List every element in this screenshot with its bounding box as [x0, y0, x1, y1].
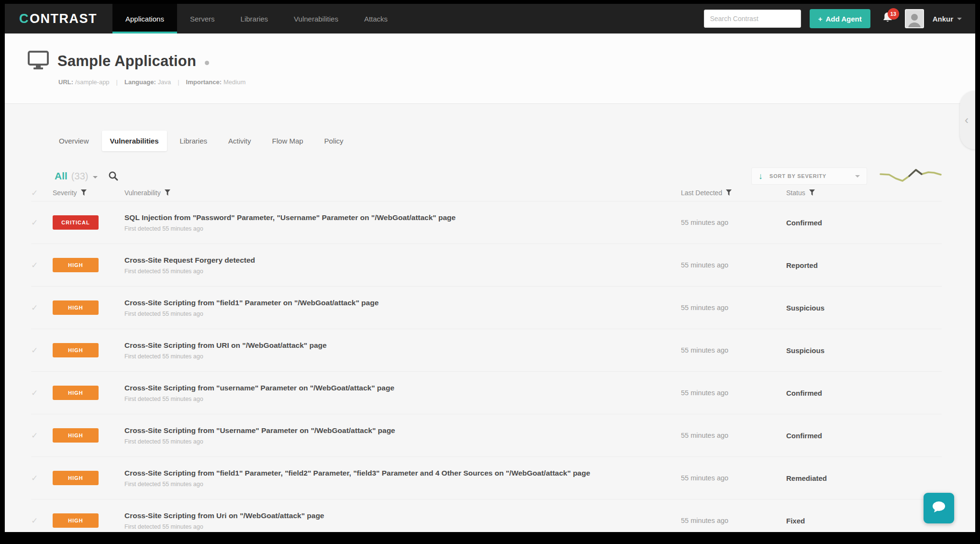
search-input[interactable] — [704, 10, 801, 28]
first-detected-text: First detected 55 minutes ago — [124, 225, 681, 232]
table-row[interactable]: ✓ CRITICAL SQL Injection from "Password"… — [31, 201, 942, 244]
last-detected-value: 55 minutes ago — [681, 346, 786, 354]
language-value: Java — [158, 78, 171, 86]
plus-icon: + — [818, 15, 823, 23]
status-value[interactable]: Confirmed — [786, 389, 942, 397]
avatar[interactable] — [905, 9, 924, 28]
screenshot-frame: CONTRAST Applications Servers Libraries … — [0, 0, 980, 544]
sort-label: SORT BY SEVERITY — [769, 173, 826, 179]
vulnerability-title[interactable]: SQL Injection from "Password" Parameter,… — [124, 213, 681, 223]
last-detected-value: 55 minutes ago — [681, 432, 786, 439]
chevron-down-icon[interactable] — [93, 176, 98, 178]
row-select-check-icon[interactable]: ✓ — [31, 473, 53, 483]
add-agent-button[interactable]: + Add Agent — [810, 9, 870, 28]
add-agent-label: Add Agent — [825, 15, 861, 23]
navbar-right-cluster: + Add Agent 13 Ankur — [704, 4, 962, 33]
table-row[interactable]: ✓ HIGH Cross-Site Scripting from Uri on … — [31, 499, 942, 532]
row-select-check-icon[interactable]: ✓ — [31, 260, 53, 270]
nav-item-attacks[interactable]: Attacks — [351, 4, 401, 33]
url-value: /sample-app — [75, 78, 110, 86]
vulnerability-column-header[interactable]: Vulnerability — [124, 189, 161, 197]
chat-bubble-icon — [930, 500, 947, 517]
tab-overview[interactable]: Overview — [51, 131, 97, 151]
table-row[interactable]: ✓ HIGH Cross-Site Scripting from "Userna… — [31, 414, 942, 456]
filter-all-dropdown[interactable]: All — [55, 170, 67, 182]
notification-count-badge: 13 — [888, 8, 899, 20]
row-select-check-icon[interactable]: ✓ — [31, 345, 53, 355]
filter-funnel-icon[interactable] — [81, 189, 87, 197]
severity-badge: HIGH — [53, 386, 99, 400]
status-value[interactable]: Reported — [786, 261, 942, 269]
contrast-logo[interactable]: CONTRAST — [19, 4, 112, 33]
first-detected-text: First detected 55 minutes ago — [124, 268, 681, 275]
tab-flow-map[interactable]: Flow Map — [264, 131, 312, 151]
vulnerability-title[interactable]: Cross-Site Scripting from "username" Par… — [124, 383, 681, 393]
app-header: Sample Application URL:/sample-app | Lan… — [5, 33, 975, 104]
status-value[interactable]: Confirmed — [786, 219, 942, 227]
user-name: Ankur — [933, 15, 953, 23]
vulnerability-title[interactable]: Cross-Site Request Forgery detected — [124, 255, 681, 266]
application-monitor-icon — [28, 51, 49, 72]
page-title: Sample Application — [57, 53, 196, 70]
vulnerabilities-table: ✓ Severity Vulnerability Last Detected S… — [31, 185, 942, 532]
importance-value: Medium — [223, 78, 245, 86]
severity-trend-sparkline — [880, 166, 942, 187]
table-row[interactable]: ✓ HIGH Cross-Site Scripting from "userna… — [31, 371, 942, 414]
collapse-panel-tab[interactable]: ‹ — [960, 91, 975, 149]
section-tabs: Overview Vulnerabilities Libraries Activ… — [5, 104, 975, 151]
severity-badge: HIGH — [53, 343, 99, 357]
row-select-check-icon[interactable]: ✓ — [31, 388, 53, 398]
first-detected-text: First detected 55 minutes ago — [124, 523, 681, 530]
status-value[interactable]: Confirmed — [786, 432, 942, 440]
nav-item-applications[interactable]: Applications — [112, 4, 177, 33]
status-value[interactable]: Suspicious — [786, 346, 942, 355]
severity-badge: CRITICAL — [53, 215, 99, 230]
last-detected-column-header[interactable]: Last Detected — [681, 189, 722, 197]
sort-by-severity-dropdown[interactable]: ↓ SORT BY SEVERITY — [751, 167, 867, 185]
logo-text: ONTRAST — [30, 11, 97, 26]
tab-libraries[interactable]: Libraries — [172, 131, 216, 151]
last-detected-value: 55 minutes ago — [681, 389, 786, 397]
chevron-down-icon — [957, 18, 962, 20]
vulnerability-title[interactable]: Cross-Site Scripting from "field1" Param… — [124, 298, 681, 308]
table-row[interactable]: ✓ HIGH Cross-Site Scripting from URI on … — [31, 329, 942, 371]
filter-funnel-icon[interactable] — [726, 189, 732, 197]
vulnerability-title[interactable]: Cross-Site Scripting from URI on "/WebGo… — [124, 341, 681, 351]
vulnerability-title[interactable]: Cross-Site Scripting from "field1" Param… — [124, 468, 681, 478]
primary-nav: Applications Servers Libraries Vulnerabi… — [112, 4, 401, 33]
tab-activity[interactable]: Activity — [220, 131, 259, 151]
tab-policy[interactable]: Policy — [316, 131, 352, 151]
chat-widget-button[interactable] — [924, 493, 954, 523]
severity-column-header[interactable]: Severity — [53, 189, 77, 197]
nav-item-libraries[interactable]: Libraries — [228, 4, 281, 33]
row-select-check-icon[interactable]: ✓ — [31, 516, 53, 526]
last-detected-value: 55 minutes ago — [681, 261, 786, 269]
status-value[interactable]: Suspicious — [786, 304, 942, 312]
last-detected-value: 55 minutes ago — [681, 517, 786, 524]
select-all-check-icon[interactable]: ✓ — [31, 188, 53, 198]
row-select-check-icon[interactable]: ✓ — [31, 303, 53, 313]
table-row[interactable]: ✓ HIGH Cross-Site Scripting from "field1… — [31, 286, 942, 329]
status-value[interactable]: Remediated — [786, 474, 942, 482]
table-row[interactable]: ✓ HIGH Cross-Site Scripting from "field1… — [31, 456, 942, 499]
notifications-button[interactable]: 13 — [879, 9, 896, 28]
filter-count: (33) — [71, 171, 89, 182]
row-select-check-icon[interactable]: ✓ — [31, 218, 53, 228]
status-column-header[interactable]: Status — [786, 189, 805, 197]
vulnerability-title[interactable]: Cross-Site Scripting from "Username" Par… — [124, 426, 681, 436]
table-row[interactable]: ✓ HIGH Cross-Site Request Forgery detect… — [31, 244, 942, 286]
chevron-left-icon: ‹ — [965, 113, 969, 127]
status-value[interactable]: Fixed — [786, 517, 942, 525]
nav-item-vulnerabilities[interactable]: Vulnerabilities — [281, 4, 351, 33]
filter-funnel-icon[interactable] — [165, 189, 170, 197]
filter-funnel-icon[interactable] — [809, 189, 815, 197]
user-menu[interactable]: Ankur — [933, 15, 962, 23]
search-icon[interactable] — [108, 171, 119, 181]
vulnerability-title[interactable]: Cross-Site Scripting from Uri on "/WebGo… — [124, 511, 681, 521]
nav-item-servers[interactable]: Servers — [177, 4, 228, 33]
sort-direction-icon[interactable]: ↓ — [758, 172, 763, 180]
tab-vulnerabilities[interactable]: Vulnerabilities — [102, 131, 167, 151]
importance-label: Importance: — [186, 78, 222, 86]
row-select-check-icon[interactable]: ✓ — [31, 431, 53, 441]
chevron-down-icon — [855, 175, 860, 178]
